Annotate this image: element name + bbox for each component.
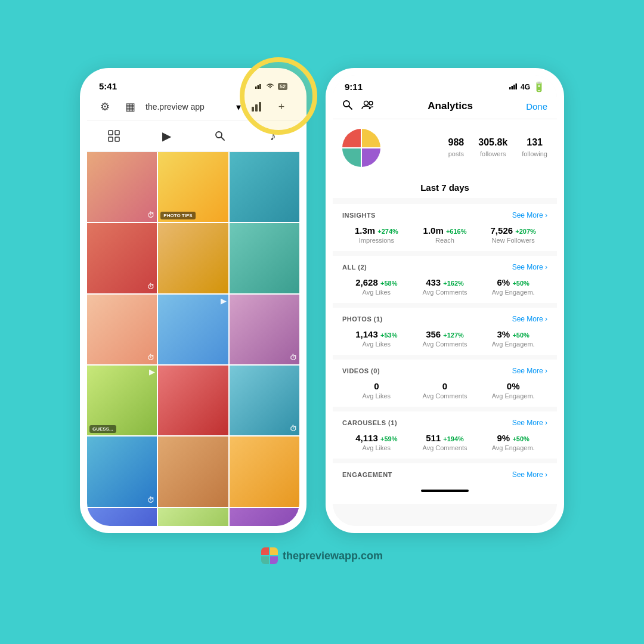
right-signal-icon: [509, 82, 518, 91]
all-metrics: 2,628 +58% Avg Likes 433 +162% Avg Comme…: [342, 277, 547, 296]
signal-icon: [255, 83, 264, 90]
following-stat: 131 following: [522, 137, 547, 159]
svg-point-18: [364, 101, 369, 106]
scroll-indicator: [421, 490, 469, 492]
analytics-icon[interactable]: [247, 97, 266, 116]
period-header: Last 7 days: [333, 177, 557, 199]
all-section: ALL (2) See More › 2,628 +58% Avg Likes …: [333, 256, 557, 303]
photo-cell-1[interactable]: ⏱: [87, 152, 157, 222]
avg-engagem-all-value: 6% +50%: [497, 277, 530, 287]
left-toolbar: ⚙ ▦ the.preview app ▾ +: [87, 94, 299, 120]
photo-cell-17[interactable]: [158, 508, 228, 526]
dropdown-icon[interactable]: ▾: [236, 101, 241, 113]
photo-cell-7[interactable]: ⏱: [87, 295, 157, 364]
left-status-icons: 52: [255, 83, 287, 90]
photo-cell-4[interactable]: ⏱: [87, 223, 157, 293]
photo-cell-6[interactable]: [230, 223, 299, 293]
wifi-icon: [266, 83, 274, 90]
photo-label-10: GUESS...: [89, 425, 116, 433]
search-tab[interactable]: [209, 125, 231, 147]
photo-cell-5[interactable]: [158, 223, 228, 293]
add-icon[interactable]: +: [272, 97, 291, 116]
photo-cell-11[interactable]: [158, 366, 228, 435]
followers-label: followers: [480, 150, 506, 157]
photo-cell-16[interactable]: [87, 508, 157, 526]
tiktok-tab[interactable]: ♪: [262, 125, 284, 147]
avg-comments-photos: 356 +127% Avg Comments: [411, 329, 479, 348]
avatar-cell-yellow: [362, 129, 380, 147]
photo-cell-2[interactable]: PHOTO TIPS: [158, 152, 228, 222]
photo-cell-3[interactable]: [230, 152, 299, 222]
avg-likes-all: 2,628 +58% Avg Likes: [342, 277, 411, 296]
video-tab[interactable]: ▶: [156, 125, 178, 147]
engagement-see-more[interactable]: See More ›: [512, 470, 547, 479]
following-value: 131: [522, 137, 547, 148]
new-followers-change: +207%: [515, 228, 536, 235]
profile-stats: 988 posts 305.8k followers 131 following: [333, 119, 557, 177]
analytics-body[interactable]: INSIGHTS See More › 1.3m +274% Impressio…: [333, 204, 557, 526]
all-see-more[interactable]: See More ›: [512, 263, 547, 271]
avg-engagem-videos: 0% Avg Engagem.: [479, 381, 547, 400]
impressions-value: 1.3m +274%: [355, 225, 398, 236]
avg-likes-photos: 1,143 +53% Avg Likes: [342, 329, 411, 348]
photo-cell-12[interactable]: ⏱: [230, 366, 299, 435]
reach-value: 1.0m +616%: [423, 225, 467, 236]
all-header: ALL (2) See More ›: [342, 263, 547, 271]
photos-see-more[interactable]: See More ›: [512, 315, 547, 323]
grid-tab[interactable]: [103, 125, 125, 147]
photo-cell-15[interactable]: [230, 436, 299, 506]
done-button[interactable]: Done: [526, 101, 547, 112]
reach-label: Reach: [411, 237, 479, 244]
svg-rect-6: [109, 131, 113, 135]
photo-cell-14[interactable]: [158, 436, 228, 506]
avg-comments-videos: 0 Avg Comments: [411, 381, 479, 400]
clock-icon-13: ⏱: [147, 496, 154, 504]
left-time: 5:41: [99, 81, 117, 91]
photo-grid: ⏱ PHOTO TIPS ⏱ ⏱ ▶ ⏱ GUESS...▶ ⏱ ⏱: [87, 152, 299, 526]
carousels-section: CAROUSELS (1) See More › 4,113 +59% Avg …: [333, 411, 557, 459]
carousels-header: CAROUSELS (1) See More ›: [342, 419, 547, 427]
photo-cell-9[interactable]: ⏱: [230, 295, 299, 364]
avg-comments-all-value: 433 +162%: [426, 277, 464, 287]
reach-change: +616%: [446, 228, 467, 235]
new-followers-value: 7,526 +207%: [491, 225, 536, 236]
insights-see-more[interactable]: See More ›: [512, 211, 547, 219]
videos-see-more[interactable]: See More ›: [512, 367, 547, 375]
posts-label: posts: [448, 150, 464, 157]
photo-cell-13[interactable]: ⏱: [87, 436, 157, 506]
carousels-see-more[interactable]: See More ›: [512, 419, 547, 427]
svg-line-17: [349, 106, 352, 109]
left-phone-screen: 5:41: [87, 75, 299, 526]
avg-likes-all-value: 2,628 +58%: [355, 277, 397, 287]
photo-cell-18[interactable]: [230, 508, 299, 526]
settings-icon[interactable]: ⚙: [95, 97, 114, 116]
insights-title: INSIGHTS: [342, 212, 376, 219]
watermark: thepreviewapp.com: [261, 547, 383, 564]
stat-group: 988 posts 305.8k followers 131 following: [388, 137, 547, 159]
calendar-icon[interactable]: ▦: [120, 97, 140, 116]
followers-stat: 305.8k followers: [478, 137, 507, 159]
clock-icon-9: ⏱: [290, 354, 297, 362]
search-icon-right[interactable]: [342, 100, 353, 113]
avg-comments-all: 433 +162% Avg Comments: [411, 277, 479, 296]
svg-rect-3: [252, 107, 254, 112]
photos-section: PHOTOS (1) See More › 1,143 +53% Avg Lik…: [333, 308, 557, 355]
left-phone: 5:41: [80, 68, 306, 533]
photo-cell-8[interactable]: ▶: [158, 295, 228, 364]
analytics-title: Analytics: [428, 100, 473, 112]
svg-rect-4: [255, 104, 258, 112]
carousels-title: CAROUSELS (1): [342, 419, 397, 426]
right-time: 9:11: [345, 82, 363, 92]
avg-engagem-photos: 3% +50% Avg Engagem.: [479, 329, 547, 348]
impressions-metric: 1.3m +274% Impressions: [342, 225, 411, 244]
engagement-section: ENGAGEMENT See More ›: [333, 463, 557, 504]
impressions-change: +274%: [377, 228, 398, 235]
svg-rect-5: [259, 102, 261, 112]
videos-section: VIDEOS (0) See More › 0 Avg Likes 0 Avg …: [333, 360, 557, 407]
following-label: following: [522, 150, 547, 157]
left-nav-tabs: ▶ ♪: [87, 120, 299, 152]
people-icon[interactable]: [361, 100, 374, 112]
photo-cell-10[interactable]: GUESS...▶: [87, 366, 157, 435]
profile-avatar: [342, 129, 380, 167]
clock-icon-7: ⏱: [147, 354, 154, 362]
